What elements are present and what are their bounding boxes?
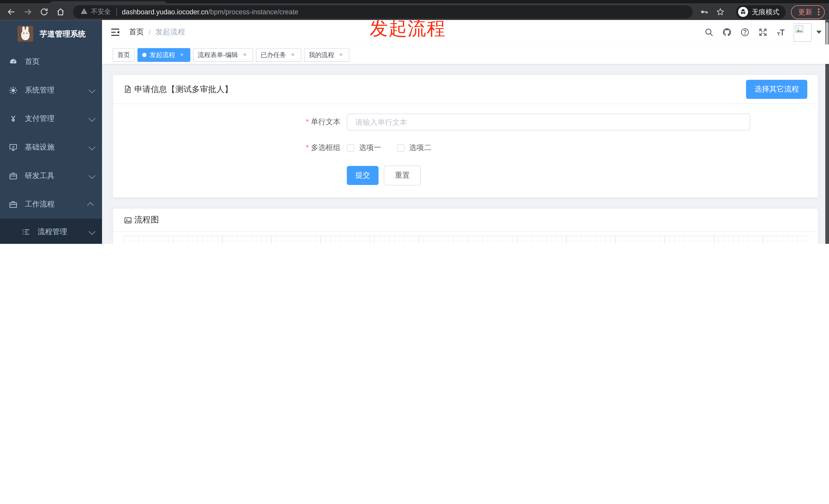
bpmn-canvas[interactable]: 1.1 1.2 bbox=[124, 236, 807, 244]
sidebar: 芋道管理系统 首页 系统管理 支付管理 bbox=[0, 20, 102, 244]
help-icon[interactable] bbox=[738, 26, 751, 39]
chevron-down-icon bbox=[88, 143, 95, 150]
fullscreen-icon[interactable] bbox=[757, 26, 769, 39]
submit-button[interactable]: 提交 bbox=[347, 166, 379, 185]
close-icon[interactable] bbox=[241, 51, 249, 59]
search-icon[interactable] bbox=[703, 26, 716, 39]
workflow-submenu: 流程管理 任务管理 我的流程 bbox=[0, 219, 102, 244]
chevron-down-icon bbox=[88, 115, 95, 121]
checkbox-icon[interactable] bbox=[397, 144, 404, 152]
browser-update-button[interactable]: 更新 bbox=[791, 5, 825, 19]
browser-menu-icon[interactable] bbox=[816, 8, 821, 15]
url-divider bbox=[116, 8, 117, 15]
chevron-up-icon bbox=[87, 202, 94, 208]
back-icon[interactable] bbox=[5, 6, 17, 17]
process-diagram-card: 流程图 bbox=[112, 208, 818, 244]
screen: 不安全 dashboard.yudao.iocoder.cn /bpm/proc… bbox=[0, 0, 829, 244]
browser-tabstrip bbox=[0, 0, 829, 4]
tag-form-edit[interactable]: 流程表单-编辑 bbox=[193, 48, 253, 62]
yen-icon bbox=[8, 114, 18, 124]
tags-view-bar: 首页 发起流程 流程表单-编辑 已办任务 我的流程 bbox=[102, 44, 829, 64]
home-icon[interactable] bbox=[55, 6, 66, 17]
document-icon bbox=[124, 85, 132, 93]
bpmn-diagram: 1.1 1.2 bbox=[124, 236, 805, 244]
incognito-badge: 无痕模式 bbox=[736, 5, 786, 19]
top-navbar: 首页 / 发起流程 bbox=[102, 20, 829, 44]
avatar-caret-icon[interactable] bbox=[816, 31, 822, 34]
page-content: 申请信息【测试多审批人】 选择其它流程 *单行文本 *多选框组 bbox=[102, 64, 829, 244]
sidebar-item-payment[interactable]: 支付管理 bbox=[0, 105, 102, 133]
app-title: 芋道管理系统 bbox=[40, 29, 86, 39]
key-icon[interactable] bbox=[698, 6, 709, 17]
tag-done-tasks[interactable]: 已办任务 bbox=[256, 48, 301, 62]
tag-my-process[interactable]: 我的流程 bbox=[304, 48, 350, 62]
breadcrumb: 首页 / 发起流程 bbox=[129, 28, 185, 37]
sidebar-item-dev-tools[interactable]: 研发工具 bbox=[0, 162, 102, 190]
breadcrumb-separator: / bbox=[149, 28, 151, 37]
checkbox-icon[interactable] bbox=[347, 144, 354, 152]
reset-button[interactable]: 重置 bbox=[384, 165, 421, 186]
incognito-label: 无痕模式 bbox=[752, 7, 780, 16]
sidebar-item-home[interactable]: 首页 bbox=[0, 47, 102, 76]
breadcrumb-home[interactable]: 首页 bbox=[129, 28, 144, 37]
monitor-icon bbox=[8, 143, 18, 152]
chevron-down-icon bbox=[88, 172, 95, 179]
sidebar-collapse-icon[interactable] bbox=[110, 27, 120, 37]
app-logo bbox=[17, 26, 33, 42]
apply-info-card-header: 申请信息【测试多审批人】 选择其它流程 bbox=[113, 75, 818, 104]
tag-start-process[interactable]: 发起流程 bbox=[138, 48, 190, 62]
sidebar-item-workflow[interactable]: 工作流程 bbox=[0, 190, 102, 219]
url-host: dashboard.yudao.iocoder.cn bbox=[122, 8, 208, 16]
toolbar-right: 无痕模式 更新 bbox=[698, 5, 825, 19]
close-icon[interactable] bbox=[178, 51, 186, 59]
avatar[interactable] bbox=[793, 23, 812, 41]
security-label[interactable]: 不安全 bbox=[91, 7, 111, 16]
choose-other-process-button[interactable]: 选择其它流程 bbox=[746, 80, 807, 99]
apply-info-card-title: 申请信息【测试多审批人】 bbox=[124, 84, 233, 95]
text-field-label: *单行文本 bbox=[113, 117, 347, 127]
font-size-icon[interactable] bbox=[774, 26, 787, 39]
process-diagram-card-title: 流程图 bbox=[124, 215, 159, 225]
sidebar-item-system[interactable]: 系统管理 bbox=[0, 76, 102, 105]
toolbox-icon bbox=[8, 171, 18, 181]
page-title-annotation: 发起流程 bbox=[369, 16, 446, 41]
checkbox-option-2[interactable]: 选项二 bbox=[397, 143, 431, 153]
not-secure-warning-icon bbox=[80, 7, 88, 16]
sidebar-item-process-management[interactable]: 流程管理 bbox=[0, 219, 102, 244]
close-icon[interactable] bbox=[337, 51, 345, 59]
reload-icon[interactable] bbox=[38, 6, 49, 17]
bookmark-star-icon[interactable] bbox=[714, 6, 726, 17]
apply-form: *单行文本 *多选框组 选项一 bbox=[113, 104, 818, 197]
navbar-actions bbox=[697, 23, 822, 41]
checkbox-group: 选项一 选项二 bbox=[347, 143, 447, 153]
chevron-down-icon bbox=[88, 86, 95, 93]
checkbox-group-label: *多选框组 bbox=[113, 143, 347, 153]
app-logo-row[interactable]: 芋道管理系统 bbox=[0, 20, 102, 48]
browser-active-tab[interactable] bbox=[50, 1, 167, 4]
forward-icon[interactable] bbox=[22, 6, 33, 17]
image-icon bbox=[124, 216, 132, 224]
chevron-down-icon bbox=[88, 228, 95, 235]
gear-icon bbox=[8, 86, 18, 95]
tag-home[interactable]: 首页 bbox=[112, 48, 135, 62]
process-diagram-card-header: 流程图 bbox=[113, 209, 818, 232]
url-path: /bpm/process-instance/create bbox=[208, 8, 298, 16]
github-icon[interactable] bbox=[721, 26, 733, 39]
required-marker: * bbox=[306, 143, 309, 152]
breadcrumb-current: 发起流程 bbox=[155, 28, 185, 37]
required-marker: * bbox=[306, 117, 309, 126]
process-list-icon bbox=[21, 227, 31, 237]
apply-info-card: 申请信息【测试多审批人】 选择其它流程 *单行文本 *多选框组 bbox=[112, 75, 818, 198]
active-tab-dot bbox=[142, 53, 146, 57]
dashboard-icon bbox=[8, 57, 18, 67]
checkbox-option-1[interactable]: 选项一 bbox=[347, 143, 381, 153]
single-line-text-input[interactable] bbox=[347, 114, 750, 130]
workflow-icon bbox=[8, 200, 18, 209]
incognito-icon bbox=[738, 7, 748, 17]
sidebar-item-infrastructure[interactable]: 基础设施 bbox=[0, 133, 102, 162]
close-icon[interactable] bbox=[289, 51, 297, 59]
